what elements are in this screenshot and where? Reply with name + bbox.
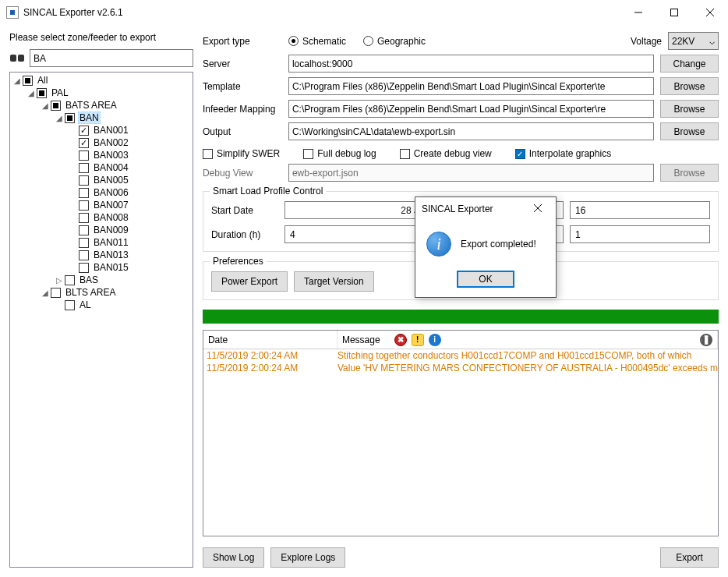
tree-node-blts-area[interactable]: BLTS AREA xyxy=(64,287,117,298)
duration-label: Duration (h) xyxy=(211,229,278,240)
tree-checkbox[interactable] xyxy=(51,101,61,111)
output-input[interactable] xyxy=(288,122,654,140)
tree-leaf[interactable]: BAN004 xyxy=(92,162,130,173)
tree-checkbox[interactable] xyxy=(79,126,89,136)
change-button[interactable]: Change xyxy=(660,55,719,73)
tree-checkbox[interactable] xyxy=(23,76,33,86)
window-title: SINCAL Exporter v2.6.1 xyxy=(23,7,620,18)
tree-twisty-icon[interactable]: ◢ xyxy=(40,100,51,111)
tree-checkbox[interactable] xyxy=(79,150,89,161)
tree-checkbox[interactable] xyxy=(79,225,89,235)
interpolate-checkbox[interactable]: Interpolate graphics xyxy=(515,148,611,159)
minimize-button[interactable] xyxy=(620,1,656,24)
export-button[interactable]: Export xyxy=(660,547,719,568)
tree-leaf[interactable]: BAN011 xyxy=(92,237,130,248)
log-message-header[interactable]: Message ✖ ! i ❚❚ xyxy=(337,331,718,349)
tree-checkbox[interactable] xyxy=(51,288,61,298)
tree-checkbox[interactable] xyxy=(79,175,89,186)
search-input[interactable] xyxy=(30,49,193,67)
tree-checkbox[interactable] xyxy=(79,200,89,211)
log-table: Date Message ✖ ! i ❚❚ 11/5/2019 2:00:24 … xyxy=(203,330,719,536)
template-browse-button[interactable]: Browse xyxy=(660,77,719,95)
tree-twisty-icon[interactable]: ◢ xyxy=(54,112,65,123)
tree-node-all[interactable]: All xyxy=(36,75,49,86)
tree-checkbox[interactable] xyxy=(79,188,89,198)
tree-checkbox[interactable] xyxy=(65,113,75,123)
tree-checkbox[interactable] xyxy=(65,300,75,310)
tree-node-pal[interactable]: PAL xyxy=(50,87,70,98)
schematic-radio[interactable]: Schematic xyxy=(288,36,346,47)
tree-checkbox[interactable] xyxy=(79,263,89,273)
warning-filter-icon[interactable]: ! xyxy=(412,334,424,346)
tree-leaf[interactable]: BAN008 xyxy=(92,212,130,223)
pause-icon[interactable]: ❚❚ xyxy=(700,334,712,346)
info-icon: i xyxy=(426,232,451,257)
output-label: Output xyxy=(203,126,282,137)
log-row[interactable]: 11/5/2019 2:00:24 AM Value 'HV METERING … xyxy=(203,362,718,374)
voltage-select[interactable]: 22KV⌵ xyxy=(668,32,719,50)
explore-logs-button[interactable]: Explore Logs xyxy=(270,547,345,568)
close-button[interactable] xyxy=(692,1,728,24)
simplify-swer-checkbox[interactable]: Simplify SWER xyxy=(203,148,280,159)
template-input[interactable] xyxy=(288,77,654,95)
log-row[interactable]: 11/5/2019 2:00:24 AM Stitching together … xyxy=(203,349,718,362)
tree-checkbox[interactable] xyxy=(79,213,89,223)
infeeder-input[interactable] xyxy=(288,100,654,118)
error-filter-icon[interactable]: ✖ xyxy=(394,334,407,346)
tree-leaf[interactable]: BAN005 xyxy=(92,175,130,186)
info-filter-icon[interactable]: i xyxy=(429,334,441,346)
tree-leaf[interactable]: BAN013 xyxy=(92,250,130,260)
tree-checkbox[interactable] xyxy=(65,275,75,285)
output-browse-button[interactable]: Browse xyxy=(660,122,719,140)
extra-input-1[interactable] xyxy=(570,201,710,219)
tree-leaf[interactable]: BAN003 xyxy=(92,150,130,161)
maximize-button[interactable] xyxy=(656,1,692,24)
full-debug-checkbox[interactable]: Full debug log xyxy=(303,148,376,159)
tree-checkbox[interactable] xyxy=(79,138,89,148)
log-date-header[interactable]: Date xyxy=(203,331,337,349)
binoculars-icon xyxy=(9,52,25,65)
tree-twisty-icon[interactable]: ◢ xyxy=(12,75,23,86)
tree-checkbox[interactable] xyxy=(79,238,89,248)
tree-twisty-icon[interactable]: ◢ xyxy=(40,287,51,298)
voltage-label: Voltage xyxy=(631,36,662,47)
tree-checkbox[interactable] xyxy=(37,88,47,98)
dialog-title: SINCAL Exporter xyxy=(422,204,526,214)
tree-twisty-icon[interactable]: ◢ xyxy=(26,87,37,98)
debug-view-label: Debug View xyxy=(203,168,282,179)
tree-leaf[interactable]: BAN002 xyxy=(92,137,130,148)
power-export-button[interactable]: Power Export xyxy=(211,271,288,292)
tree-checkbox[interactable] xyxy=(79,250,89,260)
progress-bar xyxy=(203,310,719,324)
tree-view[interactable]: ◢All ◢PAL ◢BATS AREA ◢BAN xyxy=(9,72,193,568)
start-date-label: Start Date xyxy=(211,205,278,216)
tree-leaf[interactable]: BAN015 xyxy=(92,262,130,273)
tree-node-bas[interactable]: BAS xyxy=(78,274,100,285)
instruction-label: Please select zone/feeder to export xyxy=(9,32,193,43)
debug-view-input xyxy=(288,164,654,182)
tree-node-bats-area[interactable]: BATS AREA xyxy=(64,100,118,111)
server-input[interactable] xyxy=(288,55,654,73)
infeeder-browse-button[interactable]: Browse xyxy=(660,100,719,118)
dialog-message: Export completed! xyxy=(461,239,536,250)
tree-leaf[interactable]: BAN009 xyxy=(92,225,130,235)
extra-input-2[interactable] xyxy=(570,225,710,243)
dialog-close-button[interactable] xyxy=(526,204,550,214)
chevron-down-icon: ⌵ xyxy=(709,36,715,47)
tree-twisty-icon[interactable]: ▷ xyxy=(54,274,65,285)
tree-checkbox[interactable] xyxy=(79,163,89,173)
tree-leaf[interactable]: BAN001 xyxy=(92,125,130,136)
tree-leaf[interactable]: BAN007 xyxy=(92,200,130,211)
create-debug-view-checkbox[interactable]: Create debug view xyxy=(400,148,492,159)
app-icon xyxy=(6,6,19,19)
ok-button[interactable]: OK xyxy=(457,271,514,288)
tree-leaf[interactable]: BAN006 xyxy=(92,187,130,198)
tree-node-al[interactable]: AL xyxy=(78,299,93,310)
show-log-button[interactable]: Show Log xyxy=(203,547,264,568)
export-type-label: Export type xyxy=(203,36,282,47)
target-version-button[interactable]: Target Version xyxy=(294,271,374,292)
title-bar: SINCAL Exporter v2.6.1 xyxy=(0,0,728,24)
svg-rect-1 xyxy=(671,9,678,16)
geographic-radio[interactable]: Geographic xyxy=(363,36,426,47)
tree-node-ban[interactable]: BAN xyxy=(78,112,101,124)
